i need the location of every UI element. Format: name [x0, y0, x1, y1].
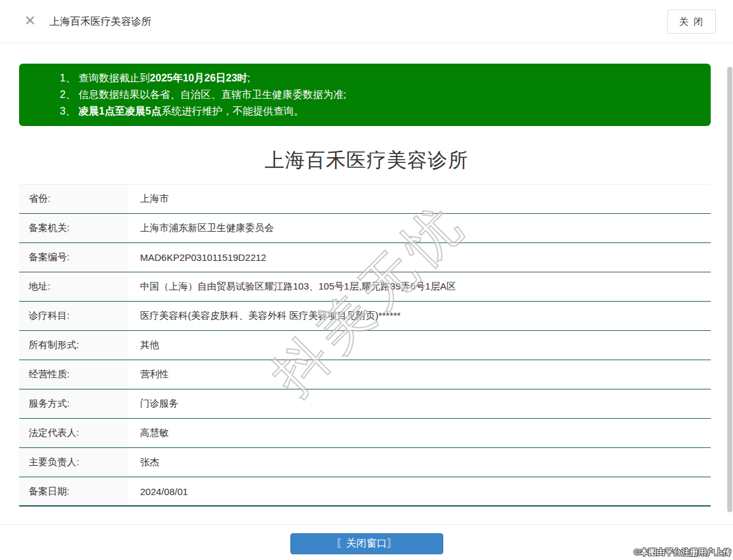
- notice-line-1: 1、 查询数据截止到2025年10月26日23时;: [60, 70, 698, 87]
- row-value: 门诊服务: [127, 389, 711, 418]
- row-label: 诊疗科目:: [19, 302, 127, 330]
- notice-line-1-post: ;: [247, 73, 250, 83]
- table-row-departments: 诊疗科目: 医疗美容科(美容皮肤科、美容外科 医疗美容项目见附页)******: [19, 302, 711, 331]
- row-value: 营利性: [127, 360, 711, 389]
- row-value: 其他: [127, 331, 711, 360]
- table-row-record-agency: 备案机关: 上海市浦东新区卫生健康委员会: [19, 214, 711, 243]
- row-value: 2024/08/01: [127, 477, 711, 505]
- notice-line-2: 2、 信息数据结果以各省、自治区、直辖市卫生健康委数据为准;: [60, 87, 698, 103]
- row-label: 省份:: [19, 185, 127, 213]
- row-label: 主要负责人:: [19, 448, 127, 477]
- notice-line-1-text: 1、 查询数据截止到: [60, 73, 150, 83]
- row-value: 中国（上海）自由贸易试验区耀江路103、105号1层,耀元路39弄6号1层A区: [127, 272, 711, 301]
- modal-title: 上海百禾医疗美容诊所: [50, 0, 152, 43]
- copyright-watermark: ©本图由平台注册用户上传: [634, 547, 731, 558]
- row-label: 地址:: [19, 272, 127, 301]
- close-window-button[interactable]: 〖关闭窗口〗: [290, 533, 443, 554]
- header-close-button[interactable]: 关 闭: [667, 10, 716, 34]
- table-row-ownership: 所有制形式: 其他: [19, 331, 711, 360]
- modal-footer: 〖关闭窗口〗: [0, 525, 733, 554]
- row-value: 上海市: [127, 185, 711, 213]
- table-row-legal-representative: 法定代表人: 高慧敏: [19, 419, 711, 448]
- row-label: 备案机关:: [19, 214, 127, 242]
- modal-header: ✕ 上海百禾医疗美容诊所 关 闭: [0, 0, 733, 43]
- notice-line-3-post: 系统进行维护，不能提供查询。: [161, 106, 304, 116]
- notice-line-3: 3、 凌晨1点至凌晨5点系统进行维护，不能提供查询。: [60, 103, 698, 120]
- table-row-record-number: 备案编号: MAD6KP2P031011519D2212: [19, 243, 711, 272]
- row-value: 上海市浦东新区卫生健康委员会: [127, 214, 711, 242]
- row-value: 高慧敏: [127, 419, 711, 447]
- notice-line-3-bold: 凌晨1点至凌晨5点: [78, 106, 161, 116]
- detail-table: 省份: 上海市 备案机关: 上海市浦东新区卫生健康委员会 备案编号: MAD6K…: [19, 184, 711, 507]
- row-label: 备案日期:: [19, 477, 127, 505]
- close-x-icon[interactable]: ✕: [24, 0, 36, 43]
- row-label: 备案编号:: [19, 243, 127, 272]
- row-value: 张杰: [127, 448, 711, 477]
- table-row-province: 省份: 上海市: [19, 185, 711, 214]
- notice-line-2-text: 2、 信息数据结果以各省、自治区、直辖市卫生健康委数据为准;: [60, 89, 346, 100]
- notice-banner: 1、 查询数据截止到2025年10月26日23时; 2、 信息数据结果以各省、自…: [19, 64, 711, 126]
- row-label: 所有制形式:: [19, 331, 127, 360]
- row-label: 服务方式:: [19, 389, 127, 418]
- row-value: 医疗美容科(美容皮肤科、美容外科 医疗美容项目见附页)******: [127, 302, 711, 330]
- table-row-business-nature: 经营性质: 营利性: [19, 360, 711, 389]
- vertical-scrollbar-thumb[interactable]: [727, 67, 732, 512]
- page-title: 上海百禾医疗美容诊所: [0, 147, 733, 174]
- table-row-record-date: 备案日期: 2024/08/01: [19, 477, 711, 507]
- row-value: MAD6KP2P031011519D2212: [127, 243, 711, 272]
- row-label: 法定代表人:: [19, 419, 127, 447]
- table-row-address: 地址: 中国（上海）自由贸易试验区耀江路103、105号1层,耀元路39弄6号1…: [19, 272, 711, 302]
- notice-line-3-text: 3、: [60, 106, 78, 116]
- row-label: 经营性质:: [19, 360, 127, 389]
- notice-line-1-bold: 2025年10月26日23时: [150, 73, 247, 83]
- table-row-service-mode: 服务方式: 门诊服务: [19, 389, 711, 419]
- table-row-principal: 主要负责人: 张杰: [19, 448, 711, 477]
